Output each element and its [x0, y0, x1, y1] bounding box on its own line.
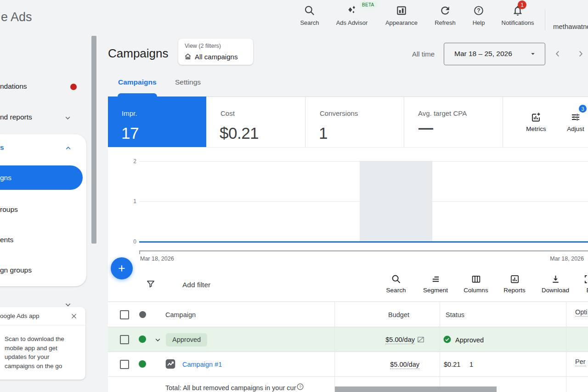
approved-filter-chip[interactable]: Approved [166, 333, 207, 347]
chart-range-slider-tick [139, 250, 140, 254]
chevron-down-icon[interactable] [153, 335, 162, 344]
campaign-type-icon [164, 358, 176, 370]
promo-card-divider [0, 325, 85, 325]
sidebar-item-assets[interactable]: ents [0, 236, 13, 244]
download-icon [550, 274, 561, 284]
table-search-button[interactable]: Search [376, 274, 416, 294]
appearance-icon [396, 5, 407, 17]
search-icon [391, 274, 401, 284]
filter-icon[interactable] [146, 279, 156, 289]
budget-cell[interactable]: $5.00/day [369, 336, 415, 343]
optimization-cell[interactable]: Per [575, 358, 586, 366]
segment-button[interactable]: Segment [416, 274, 455, 294]
search-icon [304, 5, 316, 17]
table-column-border [440, 302, 440, 392]
scorecard-conversions[interactable]: Conversions 1 [305, 97, 404, 147]
help-circle-icon[interactable]: ? [296, 383, 304, 391]
budget-cell[interactable]: $5.00/day [373, 361, 419, 368]
svg-text:?: ? [477, 7, 480, 14]
sidebar-item-recommendations[interactable]: ndations [0, 82, 27, 91]
sidebar-item-campaigns-active[interactable]: gns [0, 165, 83, 190]
scorecard-impressions-selected[interactable]: Impr. 17 [108, 97, 206, 147]
tab-settings[interactable]: Settings [175, 78, 201, 86]
column-header-campaign[interactable]: Campaign [165, 311, 196, 318]
adjust-count-badge: 3 [579, 105, 587, 113]
scorecard-cost[interactable]: Cost $0.21 [206, 97, 305, 147]
tab-active-indicator [118, 93, 157, 97]
columns-label: Columns [464, 287, 488, 294]
sidebar-item-ad-groups[interactable]: roups [0, 205, 18, 214]
topnav-help[interactable]: ? Help [457, 5, 501, 26]
ads-advisor-icon [346, 5, 358, 17]
scorecard-divider [305, 97, 305, 147]
column-header-budget[interactable]: Budget [363, 311, 409, 318]
table-column-border [334, 302, 335, 392]
chevron-right-icon[interactable] [576, 49, 586, 59]
add-campaign-fab[interactable] [111, 257, 133, 279]
column-header-status[interactable]: Status [446, 311, 464, 318]
x-label-start: Mar 18, 2026 [140, 256, 174, 262]
plus-icon [117, 263, 127, 273]
table-total-label: Total: All but removed campaigns in your… [165, 384, 296, 392]
image-disabled-icon [416, 335, 425, 344]
sidebar-section-header[interactable]: s [0, 143, 4, 152]
sidebar-item-insights-reports[interactable]: nd reports [0, 113, 32, 121]
topnav-notifications[interactable]: Notifications [496, 5, 540, 26]
scorecard-avg-target-cpa[interactable]: Avg. target CPA — [404, 97, 503, 147]
table-search-label: Search [386, 287, 406, 294]
scorecard-divider [503, 97, 503, 147]
chevron-left-icon[interactable] [553, 49, 563, 59]
columns-icon [471, 274, 481, 284]
campaign-name-link[interactable]: Campaign #1 [182, 361, 222, 368]
y-tick-1: 1 [130, 198, 136, 205]
download-button[interactable]: Download [536, 274, 575, 294]
sidebar-section-panel: s gns roups ents gn groups [0, 134, 86, 286]
sidebar-item-campaign-groups[interactable]: gn groups [0, 266, 32, 274]
date-range-picker[interactable]: Mar 18 – 25, 2026 [444, 43, 545, 65]
metrics-button[interactable]: Metrics [516, 112, 556, 132]
horizontal-scrollbar[interactable] [335, 386, 497, 392]
row-checkbox[interactable] [120, 360, 129, 369]
select-all-checkbox[interactable] [120, 310, 129, 319]
columns-button[interactable]: Columns [456, 274, 496, 294]
row-checkbox[interactable] [120, 335, 129, 344]
scorecard-value: 17 [121, 124, 139, 142]
scorecard-divider [404, 97, 404, 147]
expand-button[interactable]: E [575, 274, 588, 294]
expand-icon [583, 274, 588, 284]
chart-range-slider[interactable] [139, 250, 588, 251]
scorecard-bottom-border [108, 147, 588, 148]
close-icon[interactable] [70, 312, 78, 320]
vertical-scrollbar[interactable] [91, 36, 96, 244]
x-label-end: Mar 18, 2026 [492, 256, 584, 262]
view-filter-chip[interactable]: View (2 filters) All campaigns [178, 39, 253, 65]
adjust-icon [570, 112, 581, 123]
y-tick-0: 0 [130, 239, 136, 245]
topbar-divider [545, 9, 545, 30]
chevron-up-icon[interactable] [64, 144, 73, 153]
segment-label: Segment [423, 287, 448, 294]
scorecard-label: Cost [220, 109, 235, 117]
cost-cell: $0.21 [444, 361, 460, 368]
table-border [108, 376, 588, 377]
adjust-button[interactable]: Adjust [557, 112, 588, 132]
mobile-app-promo-card: oogle Ads app Scan to download the mobil… [0, 307, 85, 380]
topnav-appearance-label: Appearance [385, 19, 418, 26]
reports-button[interactable]: Reports [495, 274, 534, 294]
topnav-search[interactable]: Search [288, 5, 332, 26]
topnav-appearance[interactable]: Appearance [379, 5, 424, 26]
account-name[interactable]: methawatno [553, 23, 588, 30]
status-cell: Approved [455, 336, 484, 344]
scorecard-value: $0.21 [220, 124, 259, 142]
promo-card-title: oogle Ads app [0, 312, 40, 319]
promo-card-body: Scan to download the mobile app and get … [5, 335, 78, 370]
status-column-header-dot [139, 311, 146, 318]
expand-label: E [586, 287, 588, 294]
budget-value: $5.00/day [390, 361, 419, 369]
column-header-optimization[interactable]: Opti [575, 308, 588, 317]
tab-campaigns[interactable]: Campaigns [118, 78, 157, 86]
add-filter-button[interactable]: Add filter [182, 281, 210, 289]
chevron-down-icon[interactable] [63, 114, 72, 122]
time-range-label: All time [412, 50, 435, 58]
help-icon: ? [473, 5, 485, 17]
